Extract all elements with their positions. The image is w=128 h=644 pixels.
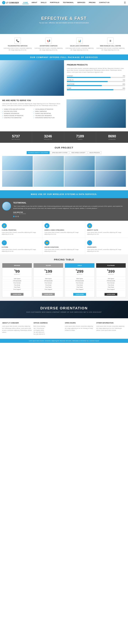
- nav-portfolio[interactable]: PORTFOLIO: [49, 1, 60, 4]
- premium-image-bg: [0, 60, 64, 96]
- stat-domains: 8690 DOMAINS: [96, 131, 128, 143]
- identity-title: IDENTITY SUITE: [87, 229, 126, 231]
- donations-desc: Lorem ipsum dolor sit amet, consectetur …: [44, 249, 83, 252]
- footer-office-line2: Los Angeles 90001: [34, 329, 63, 331]
- silver-features: 3500 Space 2TB Bandwidth Free Domain Fre…: [34, 276, 63, 292]
- stat-networks: 5737 NETWORKS: [0, 131, 32, 143]
- testimonial-role: Director - Star Network: [13, 213, 126, 214]
- dot-2[interactable]: [15, 216, 17, 217]
- pricing-bronze: BRONZE $99 MONTHLY 1000 Space 1TB Bandwi…: [2, 263, 32, 297]
- stat-years: 7189 YEARS: [64, 131, 96, 143]
- footer-about-text: Lorem ipsum dolor sit amet, consectetur …: [2, 325, 32, 333]
- stat-domains-label: DOMAINS: [98, 139, 127, 140]
- progress-internet: INTERNET 75%: [67, 75, 125, 78]
- footer-about: About LT Comuser Lorem ipsum dolor sit a…: [2, 322, 32, 335]
- web-title: WEB ENABLED CALL CENTRE: [96, 45, 125, 47]
- platinum-learn-more[interactable]: LEARN MORE: [105, 293, 117, 296]
- testimonial-author: SAM BRIXTER: [13, 212, 126, 213]
- platinum-features: 8TB Space 4TB Bandwidth Free Domain Free…: [96, 276, 126, 292]
- project-tab-0[interactable]: BUSINESS IDENTITY SOLUTIONS: [27, 151, 50, 154]
- project-thumb-4[interactable]: [95, 156, 126, 170]
- hero-subtitle: Try our cost - effective, fast and relia…: [39, 22, 89, 24]
- footer-hours: Open Hours Lorem ipsum dolor sit amet, c…: [65, 322, 95, 335]
- serve-list-item-6: SEARCH ENGINE OPTIMIZATION: [2, 115, 33, 116]
- project-thumb-8[interactable]: [95, 171, 126, 187]
- project-thumb-1[interactable]: [2, 156, 33, 170]
- project-thumb-3[interactable]: [64, 156, 95, 170]
- vision-desc: Lorem ipsum dolor sit amet, consectetur …: [87, 249, 126, 252]
- testimonial-title: TESTIMONIAL: [13, 202, 126, 204]
- feature-vision: 📍 VISION MAPS Lorem ipsum dolor sit amet…: [85, 238, 128, 255]
- silver-header: SILVER: [34, 263, 63, 268]
- gold-learn-more[interactable]: LEARN MORE: [73, 293, 86, 296]
- other-bar: [67, 89, 114, 90]
- nav-services[interactable]: SERVICES: [76, 1, 86, 4]
- testimonial-content: TESTIMONIAL " But I must explain to you …: [13, 202, 126, 217]
- testimonial-section: TESTIMONIAL " But I must explain to you …: [0, 198, 128, 221]
- footer-office: Office Address Blvd'v Arena Building Vip…: [34, 322, 63, 335]
- project-thumb-2[interactable]: [33, 156, 64, 170]
- audio-icon: ▶: [44, 223, 49, 228]
- advertising-icon: 📢: [45, 38, 52, 44]
- features-section: ⚡ C-LEVEL PRIORITIES Lorem ipsum dolor s…: [0, 221, 128, 255]
- diverse-section: DIVERSE ORIENTATION OUR CUSTOMERS WHO MA…: [0, 301, 128, 318]
- nav-skills[interactable]: SKILLS: [40, 1, 47, 4]
- project-tab-2[interactable]: HIGH SPEED CONCEPT: [70, 151, 87, 154]
- audio-desc: Lorem ipsum dolor sit amet, consectetur …: [44, 232, 83, 235]
- logo-text: LT COMUSER: [6, 2, 19, 4]
- dot-1[interactable]: [13, 216, 14, 217]
- gold-price: $299 MONTHLY: [65, 268, 94, 276]
- advertising-desc: Lorem ipsum dolor sit amet, consectetur …: [34, 47, 63, 51]
- footer-info-title: Other Information: [96, 322, 126, 324]
- menu-icon[interactable]: ☰: [124, 2, 126, 4]
- sales-title: SALES LEAD CONVERSION: [65, 45, 94, 47]
- silver-price: $199 MONTHLY: [34, 268, 63, 276]
- hero-title: EFFECTIVE & FAST: [41, 16, 87, 21]
- audio-title: AUDIO & VIDEO STREAMING: [44, 229, 83, 231]
- nav-testimonial[interactable]: TESTIMONIAL: [62, 1, 74, 4]
- project-tab-3[interactable]: SALES PROCESS: [88, 151, 102, 154]
- serve-list-item-3: EMAIL CAMPAIGNS: [33, 110, 64, 112]
- navbar: LT LT COMUSER HOME ABOUT SKILLS PORTFOLI…: [0, 0, 128, 6]
- identity-desc: Lorem ipsum dolor sit amet, consectetur …: [87, 232, 126, 235]
- bronze-learn-more[interactable]: LEARN MORE: [11, 293, 23, 296]
- serve-list-item-1: SOCIAL/MEDIA OPTIMIZATION: [33, 108, 64, 110]
- services-row: 📞 TELEMARKETING SERVICES Lorem ipsum dol…: [0, 34, 128, 54]
- vision-title: VISION MAPS: [87, 246, 126, 248]
- footer-about-title: About LT Comuser: [2, 322, 32, 324]
- serve-title: WE ARE HERE TO SERVE YOU: [2, 99, 64, 102]
- silver-learn-more[interactable]: LEARN MORE: [42, 293, 55, 296]
- nav-about[interactable]: ABOUT: [31, 1, 38, 4]
- premium-section: PREMIUM PRODUCTS Lorem ipsum dolor sit a…: [0, 60, 128, 96]
- serve-list: VISIBLE SITES AND APPLICATIONS SOCIAL/ME…: [2, 108, 64, 118]
- nav-links: HOME ABOUT SKILLS PORTFOLIO TESTIMONIAL …: [22, 1, 110, 4]
- internet-value: 75%: [123, 75, 125, 76]
- digitaltv-bar: [67, 81, 108, 82]
- logo-icon: LT: [2, 1, 5, 4]
- project-thumb-7[interactable]: [64, 171, 95, 187]
- service-item-sales: 📊 SALES LEAD CONVERSION Lorem ipsum dolo…: [64, 38, 95, 51]
- stat-projects-label: PROJECTS: [33, 139, 62, 140]
- dot-3[interactable]: [17, 216, 19, 217]
- project-tab-1[interactable]: OPEN DELIVERY SYSTEM: [50, 151, 69, 154]
- testimonial-avatar: [2, 202, 11, 210]
- project-grid: [2, 156, 126, 187]
- project-thumb-6[interactable]: [33, 171, 64, 187]
- telephone-bar: [67, 85, 102, 86]
- nav-contact[interactable]: CONTACT US: [98, 1, 110, 4]
- pricing-gold: GOLD $299 MONTHLY 5000 Space 5TB Bandwid…: [65, 263, 95, 297]
- nav-pricing[interactable]: PRICING: [88, 1, 96, 4]
- stats-row: 5737 NETWORKS 3246 PROJECTS 7189 YEARS 8…: [0, 131, 128, 143]
- hero-section: EFFECTIVE & FAST Try our cost - effectiv…: [0, 6, 128, 34]
- footer: About LT Comuser Lorem ipsum dolor sit a…: [0, 318, 128, 339]
- donations-title: ONLINE DONATIONS: [44, 246, 83, 248]
- project-thumb-5[interactable]: [2, 171, 33, 187]
- diverse-title: DIVERSE ORIENTATION: [2, 306, 126, 310]
- other-label: OTHER: [67, 88, 71, 89]
- clevel-title: C-LEVEL PRIORITIES: [2, 229, 41, 231]
- logo[interactable]: LT LT COMUSER: [2, 1, 19, 4]
- testimonial-text: " But I must explain to you how all this…: [13, 205, 126, 210]
- nav-home[interactable]: HOME: [22, 1, 29, 4]
- serve-list-item-9: INTEGRATED MARKETING PLAN: [33, 117, 64, 118]
- telephone-value: 60%: [123, 84, 125, 85]
